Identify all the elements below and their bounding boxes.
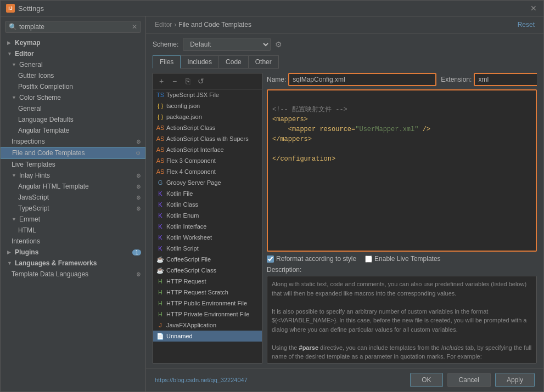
- sidebar-item-file-and-code-templates[interactable]: File and Code Templates ⚙: [1, 147, 145, 159]
- sidebar-item-inspections[interactable]: Inspections ⚙: [1, 136, 145, 147]
- list-item[interactable]: AS ActionScript Class: [153, 122, 262, 133]
- sidebar-item-language-defaults[interactable]: Language Defaults: [1, 114, 145, 125]
- extension-label: Extension:: [441, 76, 472, 83]
- file-item-name: Kotlin Worksheet: [166, 234, 212, 241]
- apply-button[interactable]: Apply: [495, 373, 535, 387]
- reformat-checkbox-group[interactable]: Reformat according to style: [267, 255, 356, 263]
- list-item[interactable]: K Kotlin Worksheet: [153, 232, 262, 243]
- sidebar-item-keymap[interactable]: ▶ Keymap: [1, 37, 145, 48]
- kotlin-icon: K: [156, 245, 164, 252]
- sidebar-item-general[interactable]: ▼ General: [1, 59, 145, 70]
- file-item-name: Kotlin Class: [166, 201, 198, 208]
- json-icon: { }: [156, 113, 164, 121]
- list-item[interactable]: AS Flex 4 Component: [153, 166, 262, 177]
- tab-files[interactable]: Files: [153, 55, 181, 69]
- ok-button[interactable]: OK: [410, 373, 442, 387]
- coffeescript-icon: ☕: [156, 266, 164, 274]
- file-item-name: Kotlin Interface: [166, 223, 206, 230]
- sidebar-item-live-templates[interactable]: Live Templates: [1, 159, 145, 170]
- list-item[interactable]: AS ActionScript Class with Supers: [153, 133, 262, 144]
- sidebar-item-label: File and Code Templates: [12, 149, 133, 157]
- clear-search-button[interactable]: ✕: [132, 23, 137, 31]
- file-item-name: HTTP Request: [166, 278, 206, 285]
- code-editor[interactable]: <!-- 配置映射文件 --> <mappers> <mapper resour…: [267, 89, 537, 252]
- sidebar-item-javascript[interactable]: JavaScript ⚙: [1, 192, 145, 203]
- list-item[interactable]: H HTTP Private Environment File: [153, 309, 262, 320]
- list-item[interactable]: ☕ CoffeeScript File: [153, 254, 262, 265]
- reset-template-button[interactable]: ↺: [195, 75, 207, 87]
- list-item[interactable]: ☕ CoffeeScript Class: [153, 265, 262, 276]
- copy-template-button[interactable]: ⎘: [182, 75, 194, 87]
- list-item[interactable]: { } tsconfig.json: [153, 100, 262, 111]
- content-area: + − ⎘ ↺ TS TypeScript JSX File { }: [153, 73, 537, 363]
- sidebar-item-plugins[interactable]: ▶ Plugins 1: [1, 247, 145, 258]
- http-icon: H: [156, 288, 164, 296]
- reformat-checkbox[interactable]: [267, 255, 274, 263]
- sidebar-item-label: General: [19, 61, 141, 69]
- json-icon: { }: [156, 102, 164, 110]
- expand-arrow-icon: ▼: [7, 51, 13, 56]
- plugins-badge: 1: [132, 249, 141, 255]
- sidebar-item-angular-html-template[interactable]: Angular HTML Template ⚙: [1, 181, 145, 192]
- list-item[interactable]: K Kotlin Enum: [153, 210, 262, 221]
- sidebar-item-angular-template[interactable]: Angular Template: [1, 125, 145, 136]
- list-item[interactable]: G Groovy Server Page: [153, 177, 262, 188]
- list-item[interactable]: H HTTP Request Scratch: [153, 287, 262, 298]
- list-item[interactable]: K Kotlin Interface: [153, 221, 262, 232]
- list-item[interactable]: J JavaFXApplication: [153, 320, 262, 331]
- sidebar-item-inlay-hints[interactable]: ▼ Inlay Hints ⚙: [1, 170, 145, 181]
- sidebar-item-label: General: [18, 105, 141, 112]
- scheme-row: Scheme: Default Project ⚙: [153, 38, 537, 51]
- flex-icon: AS: [156, 168, 164, 175]
- sidebar-item-postfix-completion[interactable]: Postfix Completion: [1, 81, 145, 92]
- add-template-button[interactable]: +: [155, 75, 167, 87]
- url-display: https://blog.csdn.net/qq_32224047: [155, 377, 406, 383]
- file-item-name: Unnamed: [166, 333, 193, 339]
- live-templates-checkbox[interactable]: [365, 255, 372, 263]
- sidebar-item-color-scheme-general[interactable]: General: [1, 103, 145, 114]
- settings-icon: ⚙: [136, 150, 141, 156]
- reset-button[interactable]: Reset: [518, 21, 535, 29]
- sidebar-item-html[interactable]: HTML: [1, 225, 145, 236]
- list-item[interactable]: K Kotlin File: [153, 188, 262, 199]
- sidebar-item-typescript[interactable]: TypeScript ⚙: [1, 203, 145, 214]
- search-box[interactable]: 🔍 ✕: [5, 21, 141, 33]
- list-item[interactable]: K Kotlin Class: [153, 199, 262, 210]
- code-line: [272, 144, 531, 154]
- scheme-select[interactable]: Default Project: [183, 38, 271, 51]
- sidebar-item-editor[interactable]: ▼ Editor: [1, 48, 145, 59]
- checkboxes-row: Reformat according to style Enable Live …: [267, 255, 537, 263]
- sidebar-item-intentions[interactable]: Intentions: [1, 236, 145, 247]
- list-item[interactable]: AS Flex 3 Component: [153, 155, 262, 166]
- sidebar-item-color-scheme[interactable]: ▼ Color Scheme: [1, 92, 145, 103]
- list-item[interactable]: K Kotlin Script: [153, 243, 262, 254]
- list-item[interactable]: TS TypeScript JSX File: [153, 89, 262, 100]
- sidebar-item-label: Intentions: [12, 237, 141, 245]
- live-templates-checkbox-group[interactable]: Enable Live Templates: [365, 255, 441, 263]
- scheme-gear-icon[interactable]: ⚙: [275, 40, 282, 49]
- tab-code[interactable]: Code: [218, 55, 249, 69]
- kotlin-icon: K: [156, 190, 164, 197]
- list-item[interactable]: AS ActionScript Interface: [153, 144, 262, 155]
- sidebar-item-label: Language Defaults: [18, 116, 141, 123]
- list-item[interactable]: 📄 Unnamed: [153, 331, 262, 342]
- sidebar-item-gutter-icons[interactable]: Gutter Icons: [1, 70, 145, 81]
- name-input[interactable]: [288, 73, 436, 86]
- name-ext-row: Name: Extension:: [267, 73, 537, 86]
- sidebar-item-languages-frameworks[interactable]: ▼ Languages & Frameworks: [1, 258, 145, 269]
- tab-other[interactable]: Other: [248, 55, 279, 69]
- cancel-button[interactable]: Cancel: [447, 373, 491, 387]
- list-item[interactable]: H HTTP Request: [153, 276, 262, 287]
- sidebar-item-label: Inlay Hints: [19, 172, 134, 179]
- close-button[interactable]: ✕: [530, 4, 538, 12]
- extension-input[interactable]: [474, 73, 537, 86]
- list-item[interactable]: { } package.json: [153, 111, 262, 122]
- file-list-toolbar: + − ⎘ ↺: [153, 73, 262, 89]
- list-item[interactable]: H HTTP Public Environment File: [153, 298, 262, 309]
- settings-icon: ⚙: [136, 184, 141, 190]
- sidebar-item-emmet[interactable]: ▼ Emmet: [1, 214, 145, 225]
- search-input[interactable]: [19, 23, 130, 31]
- sidebar-item-template-data-languages[interactable]: Template Data Languages ⚙: [1, 269, 145, 280]
- tab-includes[interactable]: Includes: [180, 55, 219, 69]
- remove-template-button[interactable]: −: [169, 75, 181, 87]
